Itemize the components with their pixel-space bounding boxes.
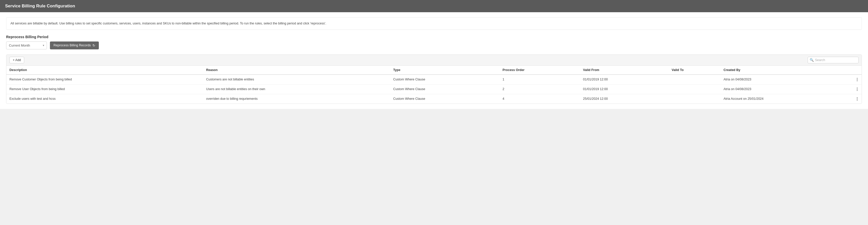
add-button-label: + Add bbox=[13, 58, 21, 62]
cell-valid-to bbox=[669, 94, 720, 104]
cell-type: Custom Where Clause bbox=[390, 74, 499, 85]
cell-created-by: Atria on 04/08/2023 bbox=[720, 84, 853, 94]
more-actions-button[interactable] bbox=[856, 87, 859, 91]
col-created-by: Created By bbox=[720, 66, 853, 74]
more-actions-button[interactable] bbox=[856, 77, 859, 82]
col-description: Description bbox=[6, 66, 203, 74]
cell-valid-from: 01/01/2019 12:00 bbox=[580, 74, 669, 85]
info-banner-text: All services are billable by default. Us… bbox=[10, 22, 326, 25]
cell-valid-from: 01/01/2019 12:00 bbox=[580, 84, 669, 94]
cell-created-by: Atria Account on 25/01/2024 bbox=[720, 94, 853, 104]
cell-description: Remove Customer Objects from being bille… bbox=[6, 74, 203, 85]
page-container: Service Billing Rule Configuration All s… bbox=[0, 0, 868, 109]
page-content: All services are billable by default. Us… bbox=[0, 12, 868, 109]
table-section: + Add 🔍 Description Reason Type Process … bbox=[6, 55, 862, 104]
cell-valid-to bbox=[669, 84, 720, 94]
reprocess-button[interactable]: Reprocess Billing Records ↻ bbox=[50, 41, 99, 50]
period-select[interactable]: Current Month Last Month Custom bbox=[6, 41, 47, 50]
col-reason: Reason bbox=[203, 66, 390, 74]
refresh-icon: ↻ bbox=[92, 43, 95, 47]
more-actions-button[interactable] bbox=[856, 97, 859, 101]
reprocess-section-title: Reprocess Billing Period bbox=[6, 35, 862, 39]
cell-process-order: 2 bbox=[499, 84, 580, 94]
col-actions bbox=[853, 66, 862, 74]
table-toolbar: + Add 🔍 bbox=[6, 55, 862, 66]
col-process-order: Process Order bbox=[499, 66, 580, 74]
cell-actions bbox=[853, 84, 862, 94]
cell-actions bbox=[853, 74, 862, 85]
cell-valid-from: 25/01/2024 12:00 bbox=[580, 94, 669, 104]
reprocess-button-label: Reprocess Billing Records bbox=[54, 43, 91, 47]
col-type: Type bbox=[390, 66, 499, 74]
search-icon: 🔍 bbox=[810, 58, 814, 62]
col-valid-from: Valid From bbox=[580, 66, 669, 74]
table-row: Remove Customer Objects from being bille… bbox=[6, 74, 862, 85]
cell-process-order: 4 bbox=[499, 94, 580, 104]
cell-description: Exclude users with test and hcss bbox=[6, 94, 203, 104]
table-row: Exclude users with test and hcssoverride… bbox=[6, 94, 862, 104]
page-title: Service Billing Rule Configuration bbox=[5, 4, 863, 9]
cell-actions bbox=[853, 94, 862, 104]
cell-reason: overriden due to billing requriements bbox=[203, 94, 390, 104]
period-select-wrapper: Current Month Last Month Custom ▾ bbox=[6, 41, 47, 50]
cell-created-by: Atria on 04/08/2023 bbox=[720, 74, 853, 85]
search-input[interactable] bbox=[808, 57, 859, 63]
table-row: Remove User Objects from being billedUse… bbox=[6, 84, 862, 94]
cell-description: Remove User Objects from being billed bbox=[6, 84, 203, 94]
reprocess-controls: Current Month Last Month Custom ▾ Reproc… bbox=[6, 41, 862, 50]
cell-type: Custom Where Clause bbox=[390, 94, 499, 104]
col-valid-to: Valid To bbox=[669, 66, 720, 74]
table-header-row: Description Reason Type Process Order Va… bbox=[6, 66, 862, 74]
add-button[interactable]: + Add bbox=[9, 57, 24, 63]
cell-process-order: 1 bbox=[499, 74, 580, 85]
cell-valid-to bbox=[669, 74, 720, 85]
info-banner: All services are billable by default. Us… bbox=[6, 17, 862, 30]
cell-reason: Users are not billable entities on their… bbox=[203, 84, 390, 94]
reprocess-section: Reprocess Billing Period Current Month L… bbox=[6, 35, 862, 50]
search-wrapper: 🔍 bbox=[808, 57, 859, 63]
cell-reason: Customers are not billable entities bbox=[203, 74, 390, 85]
rules-table: Description Reason Type Process Order Va… bbox=[6, 66, 862, 104]
page-header: Service Billing Rule Configuration bbox=[0, 0, 868, 12]
cell-type: Custom Where Clause bbox=[390, 84, 499, 94]
